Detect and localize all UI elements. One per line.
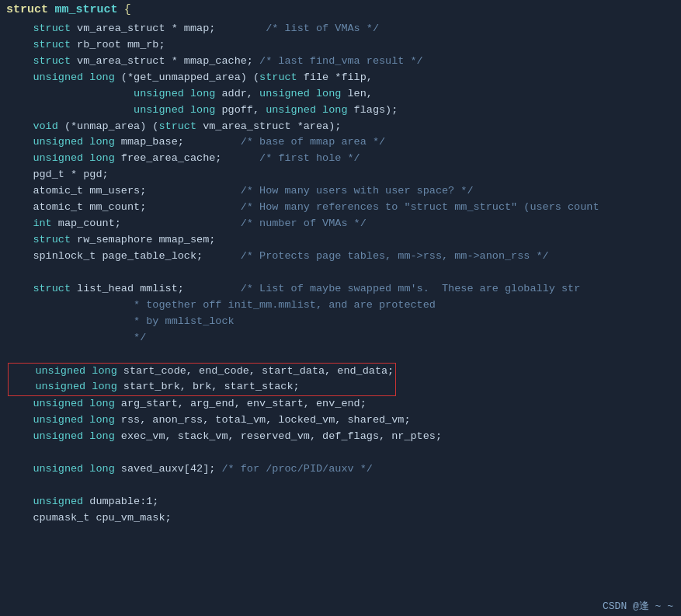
empty-line-29	[8, 478, 673, 494]
code-line-20: */	[8, 330, 673, 346]
code-line-10: pgd_t * pgd;	[8, 167, 673, 183]
empty-line-16	[8, 265, 673, 281]
highlighted-block: unsigned long start_code, end_code, star…	[8, 363, 396, 397]
code-body: struct vm_area_struct * mmap; /* list of…	[0, 19, 681, 528]
code-line-1: struct vm_area_struct * mmap; /* list of…	[8, 21, 673, 37]
footer: CSDN @逢 ~ ~	[603, 599, 673, 613]
code-line-30: unsigned dumpable:1;	[8, 494, 673, 510]
code-line-8: unsigned long mmap_base; /* base of mmap…	[8, 134, 673, 151]
title-keyword: struct	[6, 3, 48, 16]
code-line-17: struct list_head mmlist; /* List of mayb…	[8, 281, 673, 298]
code-line-15: spinlock_t page_table_lock; /* Protects …	[8, 249, 673, 265]
code-line-28: unsigned long saved_auxv[42]; /* for /pr…	[8, 461, 673, 478]
code-line-26: unsigned long exec_vm, stack_vm, reserve…	[8, 429, 673, 445]
code-line-23: unsigned long start_brk, brk, start_stac…	[10, 379, 394, 395]
empty-line-27	[8, 445, 673, 461]
title-struct-name: mm_struct	[54, 3, 117, 16]
code-line-5: unsigned long addr, unsigned long len,	[8, 86, 673, 103]
code-line-11: atomic_t mm_users; /* How many users wit…	[8, 183, 673, 200]
code-line-2: struct rb_root mm_rb;	[8, 37, 673, 54]
code-line-24: unsigned long arg_start, arg_end, env_st…	[8, 396, 673, 412]
code-line-4: unsigned long (*get_unmapped_area) (stru…	[8, 70, 673, 86]
code-line-31: cpumask_t cpu_vm_mask;	[8, 510, 673, 527]
code-line-18: * together off init_mm.mmlist, and are p…	[8, 298, 673, 314]
code-line-3: struct vm_area_struct * mmap_cache; /* l…	[8, 54, 673, 70]
code-line-7: void (*unmap_area) (struct vm_area_struc…	[8, 119, 673, 135]
code-line-22: unsigned long start_code, end_code, star…	[10, 364, 394, 380]
title-bar: struct mm_struct {	[0, 0, 681, 19]
title-brace: {	[124, 3, 131, 16]
code-line-9: unsigned long free_area_cache; /* first …	[8, 151, 673, 167]
code-line-19: * by mmlist_lock	[8, 314, 673, 330]
code-line-6: unsigned long pgoff, unsigned long flags…	[8, 103, 673, 119]
code-container: struct mm_struct { struct vm_area_struct…	[0, 0, 681, 616]
code-line-25: unsigned long rss, anon_rss, total_vm, l…	[8, 412, 673, 429]
footer-text: CSDN @逢 ~ ~	[603, 600, 673, 612]
code-line-12: atomic_t mm_count; /* How many reference…	[8, 200, 673, 216]
empty-line-21	[8, 346, 673, 363]
code-line-14: struct rw_semaphore mmap_sem;	[8, 232, 673, 249]
code-line-13: int map_count; /* number of VMAs */	[8, 216, 673, 232]
